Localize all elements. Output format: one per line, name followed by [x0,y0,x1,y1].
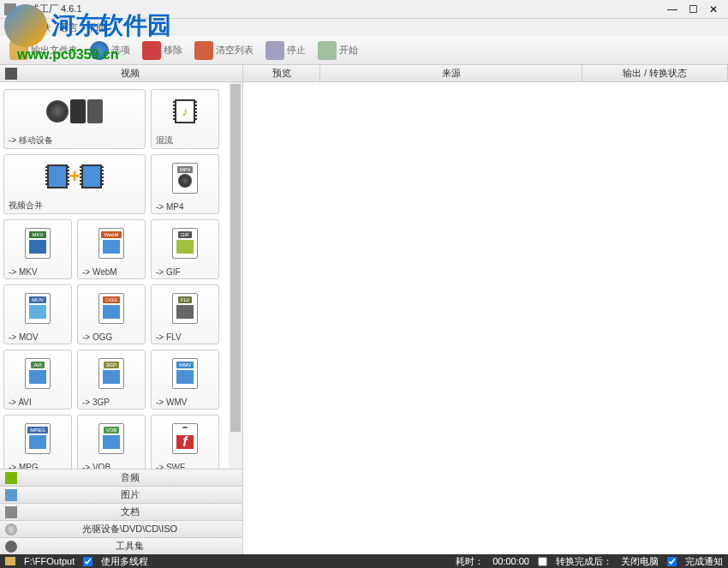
category-audio[interactable]: 音频 [0,469,242,486]
category-image-label: 图片 [22,488,237,501]
output-path[interactable]: F:\FFOutput [24,556,75,566]
tile-mpg-label: -> MPG [4,461,71,469]
disc-icon [5,523,17,535]
maximize-button[interactable]: ☐ [683,2,703,17]
tile-wmv[interactable]: WMV-> WMV [151,350,219,410]
tile-avi[interactable]: AVI-> AVI [3,350,72,410]
start-button[interactable]: 开始 [313,39,363,63]
music-icon [5,472,17,484]
tile-mkv[interactable]: MKV-> MKV [3,219,72,279]
tile-mux[interactable]: ♪ 混流 [151,89,219,149]
tile-flv[interactable]: FLV-> FLV [151,284,219,344]
tile-vob[interactable]: VOB-> VOB [77,415,146,469]
multithread-label: 使用多线程 [101,555,148,568]
category-video-label: 视频 [22,67,237,80]
tile-mov[interactable]: MOV-> MOV [3,284,72,344]
remove-icon [142,41,161,60]
options-label: 选项 [111,44,130,57]
webm-file-icon: WebM [98,228,124,259]
swf-file-icon: f [172,423,198,454]
category-disc[interactable]: 光驱设备\DVD\CD\ISO [0,520,242,537]
phone-icon [70,99,86,123]
category-image[interactable]: 图片 [0,486,242,503]
tile-3gp-label: -> 3GP [78,396,145,409]
mov-file-icon: MOV [25,293,51,324]
wmv-file-icon: WMV [172,358,198,389]
window-title: 格式工厂 4.6.1 [21,3,662,15]
multithread-checkbox[interactable] [83,557,92,566]
shutdown-label: 关闭电脑 [621,555,659,568]
tile-ogg[interactable]: OGG-> OGG [77,284,146,344]
scrollbar[interactable] [229,82,242,469]
clear-icon [194,41,213,60]
plus-icon: + [69,165,81,188]
tile-mkv-label: -> MKV [4,266,71,278]
tile-swf-label: -> SWF [152,461,218,469]
tile-ogg-label: -> OGG [78,331,145,344]
folder-icon [9,41,28,60]
remove-label: 移除 [164,44,182,57]
task-list-panel: 预览 来源 输出 / 转换状态 [243,65,728,554]
menu-help[interactable]: 帮助 [87,21,105,34]
video-format-grid: -> 移动设备 ♪ 混流 + 视频合并 MP4 -> MP4 MKV-> MKV… [0,82,242,469]
category-toolkit[interactable]: 工具集 [0,537,242,554]
tile-gif[interactable]: GIF-> GIF [151,219,219,279]
scroll-thumb[interactable] [230,84,241,432]
flv-file-icon: FLV [172,293,198,324]
tablet-icon [87,99,103,123]
tile-gif-label: -> GIF [152,266,218,278]
3gp-file-icon: 3GP [98,358,124,389]
tile-3gp[interactable]: 3GP-> 3GP [77,350,146,410]
output-folder-label: 输出文件夹 [31,44,78,57]
avi-file-icon: AVI [25,358,51,389]
category-document[interactable]: 文档 [0,503,242,520]
mpg-file-icon: MPEG [25,423,51,454]
output-folder-icon[interactable] [5,557,15,565]
gear-icon [5,541,17,553]
tile-merge[interactable]: + 视频合并 [3,154,146,214]
stop-label: 停止 [287,44,306,57]
menu-task[interactable]: 任务 [4,21,23,34]
shutdown-checkbox[interactable] [538,557,547,566]
filmstrip-icon: ♪ [175,99,195,123]
ogg-file-icon: OGG [98,293,124,324]
stop-button[interactable]: 停止 [260,39,311,63]
tile-mpg[interactable]: MPEG-> MPG [3,415,72,469]
tile-mp4[interactable]: MP4 -> MP4 [151,154,219,214]
menubar: 任务 皮肤 语言 帮助 [0,19,728,36]
options-button[interactable]: 选项 [85,39,135,63]
tile-avi-label: -> AVI [4,396,71,409]
menu-language[interactable]: 语言 [59,21,78,34]
remove-button[interactable]: 移除 [137,39,188,63]
app-icon [4,3,16,15]
after-done-label: 转换完成后： [556,555,612,568]
tile-mobile-device[interactable]: -> 移动设备 [3,89,146,149]
clear-list-button[interactable]: 清空列表 [189,39,259,63]
note-icon: ♪ [182,105,188,118]
notify-checkbox[interactable] [667,557,677,566]
category-video-header[interactable]: 视频 [0,65,242,82]
category-audio-label: 音频 [22,471,237,484]
tile-flv-label: -> FLV [152,331,218,344]
gif-file-icon: GIF [172,228,198,259]
column-headers: 预览 来源 输出 / 转换状态 [243,65,728,82]
col-source[interactable]: 来源 [320,65,582,81]
category-toolkit-label: 工具集 [22,540,237,553]
output-folder-button[interactable]: 输出文件夹 [4,39,83,63]
statusbar: F:\FFOutput 使用多线程 耗时： 00:00:00 转换完成后： 关闭… [0,554,728,568]
col-output-status[interactable]: 输出 / 转换状态 [582,65,728,81]
tile-webm[interactable]: WebM-> WebM [77,219,146,279]
minimize-button[interactable]: — [662,2,683,17]
film-blue-icon [47,164,68,188]
film-blue-icon [81,164,102,188]
menu-skin[interactable]: 皮肤 [32,21,51,34]
start-label: 开始 [339,44,358,57]
tile-mov-label: -> MOV [4,331,71,344]
tile-swf[interactable]: f-> SWF [151,415,219,469]
image-icon [5,489,17,501]
category-disc-label: 光驱设备\DVD\CD\ISO [22,523,237,535]
task-list-area[interactable] [243,82,728,554]
close-button[interactable]: ✕ [703,2,724,17]
col-preview[interactable]: 预览 [243,65,320,81]
tile-webm-label: -> WebM [78,266,145,278]
